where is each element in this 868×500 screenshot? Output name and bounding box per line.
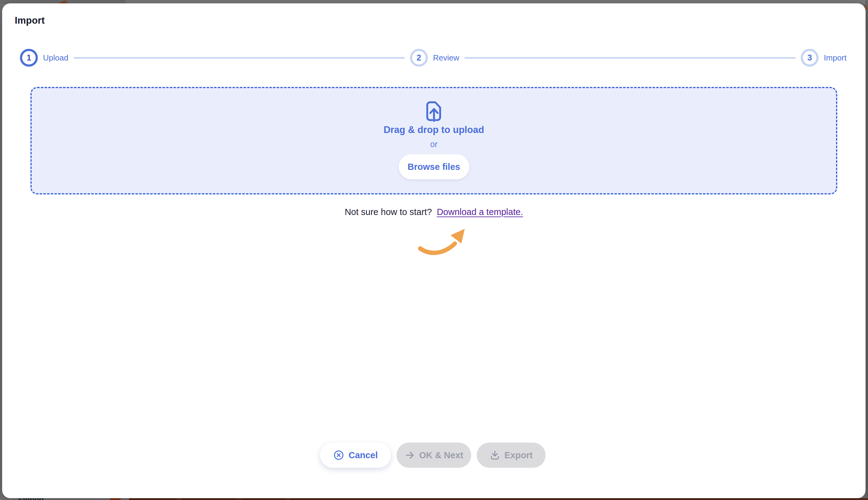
step-number-badge: 1 [20, 49, 38, 67]
stepper-step-import[interactable]: 3 Import [801, 49, 846, 67]
export-label: Export [504, 450, 533, 461]
template-hint-row: Not sure how to start? Download a templa… [2, 207, 866, 217]
import-stepper: 1 Upload 2 Review 3 Import [2, 49, 866, 67]
stepper-connector [465, 57, 795, 59]
step-label: Import [824, 53, 846, 62]
cancel-icon [333, 450, 344, 461]
step-number-badge: 2 [410, 49, 428, 67]
backdrop-smudge [177, 499, 182, 500]
dialog-footer: Cancel OK & Next Export [320, 443, 546, 468]
import-dialog: Import 1 Upload 2 Review 3 Import Drag &… [2, 3, 866, 498]
step-label: Review [433, 53, 459, 62]
backdrop-logout-label: Logout [19, 498, 44, 500]
backdrop-bottom-strip: Logout [0, 498, 868, 500]
arrow-right-icon [404, 450, 415, 461]
backdrop-smudge [285, 499, 290, 500]
file-upload-icon [426, 101, 442, 122]
cancel-button[interactable]: Cancel [320, 443, 391, 468]
stepper-step-review[interactable]: 2 Review [410, 49, 459, 67]
cancel-label: Cancel [348, 450, 378, 461]
dropzone-heading: Drag & drop to upload [383, 124, 484, 135]
template-hint-text: Not sure how to start? [345, 207, 432, 217]
ok-next-button[interactable]: OK & Next [397, 443, 471, 468]
stepper-connector [74, 57, 404, 59]
backdrop-smudge [237, 499, 242, 500]
ok-next-label: OK & Next [419, 450, 463, 461]
hint-arrow-illustration [418, 226, 471, 258]
backdrop-right-strip [866, 0, 868, 500]
download-icon [490, 450, 500, 461]
export-button[interactable]: Export [477, 443, 546, 468]
stepper-step-upload[interactable]: 1 Upload [20, 49, 68, 67]
dialog-title: Import [15, 15, 45, 26]
step-number-badge: 3 [801, 49, 819, 67]
dropzone-separator: or [430, 140, 437, 149]
step-label: Upload [43, 53, 68, 62]
file-dropzone[interactable]: Drag & drop to upload or Browse files [31, 87, 837, 194]
backdrop-accent-mark [109, 498, 121, 500]
browse-files-button[interactable]: Browse files [399, 154, 469, 179]
download-template-link[interactable]: Download a template. [437, 207, 523, 217]
